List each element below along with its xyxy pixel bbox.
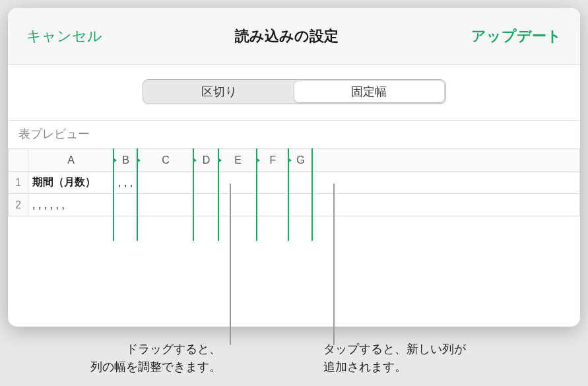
cell[interactable]	[257, 172, 289, 194]
segmented-control-area: 区切り 固定幅	[8, 65, 580, 120]
segment-delimited[interactable]: 区切り	[145, 81, 294, 102]
column-drag-handle-icon[interactable]	[289, 155, 292, 166]
column-header-rest[interactable]	[313, 149, 580, 172]
update-button[interactable]: アップデート	[471, 26, 562, 46]
row-header[interactable]: 1	[9, 172, 28, 194]
cell[interactable]	[114, 194, 138, 216]
column-header-e[interactable]: E	[219, 149, 257, 172]
modal-title: 読み込みの設定	[235, 26, 339, 46]
callout-drag: ドラッグすると、列の幅を調整できます。	[56, 340, 221, 376]
table-preview: ABCDEFG 1期間（月数）, , , , ,2, , , , , ,	[8, 148, 580, 284]
cancel-button[interactable]: キャンセル	[26, 26, 102, 46]
column-drag-handle-icon[interactable]	[138, 155, 141, 166]
column-header-d[interactable]: D	[194, 149, 219, 172]
segment-fixed-width[interactable]: 固定幅	[294, 81, 444, 102]
preview-label: 表プレビュー	[8, 120, 580, 148]
cell	[313, 194, 580, 216]
column-drag-handle-icon[interactable]	[194, 155, 197, 166]
cell[interactable]: , , , , , ,	[28, 194, 114, 216]
callout-tap: タップすると、新しい列が追加されます。	[323, 340, 495, 376]
callout-leader-tap	[333, 183, 335, 345]
callouts: ドラッグすると、列の幅を調整できます。 タップすると、新しい列が追加されます。	[0, 333, 588, 379]
cell[interactable]: , , , , ,	[114, 172, 138, 194]
column-header-c[interactable]: C	[138, 149, 194, 172]
column-header-f[interactable]: F	[257, 149, 289, 172]
cell[interactable]	[194, 172, 219, 194]
cell[interactable]	[138, 194, 194, 216]
cell[interactable]	[138, 172, 194, 194]
callout-leader-drag	[230, 183, 231, 345]
import-settings-modal: キャンセル 読み込みの設定 アップデート 区切り 固定幅 表プレビュー ABCD…	[8, 8, 580, 327]
column-header-g[interactable]: G	[289, 149, 313, 172]
column-header-b[interactable]: B	[114, 149, 138, 172]
cell	[313, 172, 580, 194]
modal-header: キャンセル 読み込みの設定 アップデート	[8, 8, 580, 65]
table-corner	[9, 149, 28, 172]
segmented-control: 区切り 固定幅	[143, 79, 446, 104]
preview-table: ABCDEFG 1期間（月数）, , , , ,2, , , , , ,	[8, 148, 580, 284]
cell[interactable]	[219, 172, 257, 194]
cell[interactable]	[219, 194, 257, 216]
cell[interactable]	[289, 172, 313, 194]
column-header-a[interactable]: A	[28, 149, 114, 172]
cell[interactable]	[289, 194, 313, 216]
cell[interactable]: 期間（月数）	[28, 172, 114, 194]
cell[interactable]	[257, 194, 289, 216]
column-drag-handle-icon[interactable]	[219, 155, 222, 166]
cell[interactable]	[194, 194, 219, 216]
column-drag-handle-icon[interactable]	[114, 155, 117, 166]
row-header[interactable]: 2	[9, 194, 28, 216]
column-drag-handle-icon[interactable]	[257, 155, 261, 166]
